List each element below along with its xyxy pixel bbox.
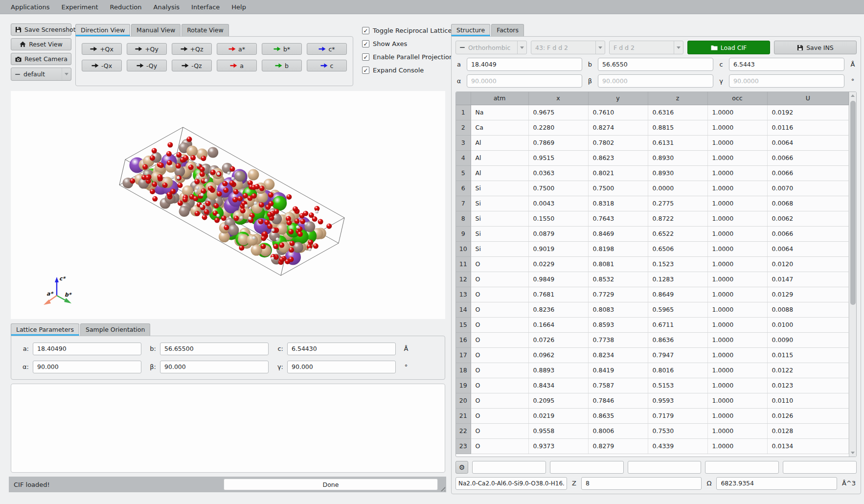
table-row[interactable]: 16O0.07260.77380.86361.00000.0090	[456, 332, 849, 347]
table-row[interactable]: 17O0.09620.82340.79471.00000.0115	[456, 347, 849, 363]
direction-button-a[interactable]: a*	[217, 43, 257, 55]
table-row[interactable]: 13O0.76810.77290.86491.00000.0129	[456, 287, 849, 302]
reset-camera-button[interactable]: Reset Camera	[11, 53, 71, 65]
z-field[interactable]	[581, 477, 702, 490]
atom-edit-field-5[interactable]	[783, 461, 857, 474]
menu-help[interactable]: Help	[227, 1, 251, 13]
scrollbar-thumb[interactable]	[850, 101, 856, 305]
table-row[interactable]: 7Si0.00430.83180.27751.00000.0068	[456, 196, 849, 211]
checkbox-expand-console[interactable]: ✓ Expand Console	[362, 67, 455, 74]
formula-field[interactable]	[455, 477, 567, 490]
tab-structure[interactable]: Structure	[451, 24, 490, 36]
table-row[interactable]: 6Si0.75000.75000.00001.00000.0070	[456, 181, 849, 196]
table-row[interactable]: 8Si0.15500.76430.87221.00000.0062	[456, 211, 849, 226]
table-row[interactable]: 23O0.93730.82790.43391.00000.0134	[456, 438, 849, 454]
table-scrollbar[interactable]	[849, 92, 856, 457]
table-row[interactable]: 22O0.95580.80060.75301.00000.0128	[456, 423, 849, 438]
table-row[interactable]: 11O0.02290.80810.15231.00000.0120	[456, 256, 849, 272]
cell-gamma-field[interactable]	[729, 74, 844, 88]
checkbox-toggle-reciprocal-lattice[interactable]: ✓ Toggle Reciprocal Lattice	[362, 27, 455, 34]
a-field[interactable]	[33, 343, 141, 355]
atom-edit-field-3[interactable]	[628, 461, 702, 474]
tab-direction-view[interactable]: Direction View	[75, 24, 130, 36]
scroll-up-icon[interactable]	[849, 92, 856, 99]
direction-button-qz[interactable]: +Qz	[172, 43, 212, 55]
gamma-field[interactable]	[287, 361, 396, 373]
gear-button[interactable]: ⚙	[455, 461, 468, 474]
column-header-index[interactable]	[456, 92, 471, 105]
direction-button-qx[interactable]: +Qx	[82, 43, 122, 55]
cell-beta-field[interactable]	[598, 74, 713, 88]
menu-experiment[interactable]: Experiment	[56, 1, 103, 13]
table-row[interactable]: 10Si0.90190.81980.65061.00000.0064	[456, 241, 849, 256]
table-row[interactable]: 9Si0.08790.84690.65221.00000.0066	[456, 226, 849, 241]
direction-button-qy[interactable]: +Qy	[127, 43, 167, 55]
scroll-down-icon[interactable]	[849, 449, 856, 457]
volume-field[interactable]	[716, 477, 837, 490]
tab-factors[interactable]: Factors	[491, 24, 524, 36]
menu-interface[interactable]: Interface	[186, 1, 225, 13]
direction-button-qx[interactable]: -Qx	[82, 60, 122, 71]
resize-grip[interactable]	[439, 485, 445, 491]
tab-rotate-view[interactable]: Rotate View	[182, 24, 229, 36]
save-screenshot-button[interactable]: Save Screenshot	[11, 23, 71, 36]
c-field[interactable]	[287, 343, 396, 355]
tab-manual-view[interactable]: Manual View	[131, 24, 181, 36]
beta-field[interactable]	[160, 361, 269, 373]
column-header-u[interactable]: U	[767, 92, 849, 105]
spacegroup-symbol-combobox[interactable]: F d d 2	[609, 41, 683, 54]
direction-button-qy[interactable]: -Qy	[127, 60, 167, 71]
table-row[interactable]: 15O0.16640.85930.67111.00000.0100	[456, 317, 849, 332]
a-label: a	[455, 61, 462, 68]
load-cif-button[interactable]: Load CIF	[687, 41, 770, 54]
menu-analysis[interactable]: Analysis	[149, 1, 185, 13]
tab-sample-orientation[interactable]: Sample Orientation	[80, 323, 150, 336]
table-row[interactable]: 12O0.98490.85320.12831.00000.0147	[456, 272, 849, 287]
table-row[interactable]: 1Na0.96750.76100.63161.00000.0192	[456, 105, 849, 120]
checkbox-show-axes[interactable]: ✓ Show Axes	[362, 40, 455, 47]
alpha-label: α	[455, 77, 462, 85]
atom-edit-field-1[interactable]	[472, 461, 546, 474]
direction-button-c[interactable]: c*	[307, 43, 347, 55]
column-header-x[interactable]: x	[528, 92, 588, 105]
table-row[interactable]: 2Ca0.22800.82740.88151.00000.0116	[456, 120, 849, 135]
crystal-3d-viewport[interactable]: c*b*a*	[11, 91, 445, 319]
column-header-atm[interactable]: atm	[471, 92, 528, 105]
cell-b-field[interactable]	[598, 58, 713, 71]
table-row[interactable]: 14O0.82360.80830.59651.00000.0088	[456, 302, 849, 317]
direction-button-qz[interactable]: -Qz	[172, 60, 212, 71]
a-label: a:	[18, 345, 30, 352]
direction-button-c[interactable]: c	[307, 60, 347, 71]
menu-reduction[interactable]: Reduction	[105, 1, 147, 13]
alpha-field[interactable]	[33, 361, 141, 373]
column-header-y[interactable]: y	[588, 92, 648, 105]
tab-lattice-parameters[interactable]: Lattice Parameters	[11, 323, 79, 336]
preset-combobox[interactable]: default	[11, 68, 71, 81]
atom-edit-field-4[interactable]	[705, 461, 779, 474]
spacegroup-number-combobox[interactable]: 43: F d d 2	[531, 41, 605, 54]
table-row[interactable]: 18O0.88930.84190.80161.00000.0122	[456, 363, 849, 378]
table-row[interactable]: 21O0.02190.86350.71791.00000.0126	[456, 408, 849, 423]
table-row[interactable]: 3Al0.78690.78020.61311.00000.0064	[456, 135, 849, 150]
cell-a-field[interactable]	[467, 58, 582, 71]
cell-c-field[interactable]	[729, 58, 844, 71]
console-output[interactable]	[11, 384, 445, 473]
direction-button-b[interactable]: b*	[262, 43, 302, 55]
menu-applications[interactable]: Applications	[6, 1, 54, 13]
table-row[interactable]: 19O0.84340.75870.51531.00000.0123	[456, 378, 849, 393]
b-field[interactable]	[160, 343, 269, 355]
checkbox-enable-parallel-projection[interactable]: ✓ Enable Parallel Projection	[362, 53, 455, 61]
row-number: 5	[456, 165, 471, 181]
atom-edit-field-2[interactable]	[550, 461, 624, 474]
crystal-system-combobox[interactable]: Orthorhombic	[455, 41, 527, 54]
column-header-occ[interactable]: occ	[707, 92, 767, 105]
table-row[interactable]: 20O0.20950.78460.95931.00000.0110	[456, 393, 849, 408]
table-row[interactable]: 5Al0.03630.80210.89301.00000.0066	[456, 165, 849, 181]
direction-button-b[interactable]: b	[262, 60, 302, 71]
table-row[interactable]: 4Al0.95150.86230.89301.00000.0066	[456, 150, 849, 165]
reset-view-button[interactable]: Reset View	[11, 38, 71, 50]
direction-button-a[interactable]: a	[217, 60, 257, 71]
cell-alpha-field[interactable]	[467, 74, 582, 88]
save-ins-button[interactable]: Save INS	[774, 41, 857, 54]
column-header-z[interactable]: z	[648, 92, 707, 105]
